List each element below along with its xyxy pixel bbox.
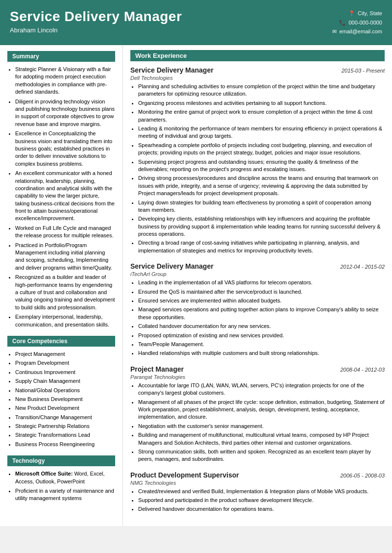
job-bullet: Ensured the QoS is maintained after the …	[138, 288, 385, 296]
resume-header: Service Delivery Manager Abraham Lincoln…	[0, 0, 392, 45]
sidebar: Summary Strategic Planner & Visionary wi…	[0, 45, 122, 526]
competency-item: Project Management	[15, 351, 115, 358]
main-content: Summary Strategic Planner & Visionary wi…	[0, 45, 392, 526]
job-bullet: Monitoring the entire gamut of project w…	[138, 108, 385, 124]
job-block: Product Development Supervisor2006-05 - …	[130, 471, 385, 513]
job-header: Service Delivery Manager2012-04 - 2015-0…	[130, 262, 385, 270]
job-bullet: Collated handover documentation for any …	[138, 323, 385, 330]
summary-item: Excellence in Conceptualizing the busine…	[15, 130, 115, 168]
job-title: Product Development Supervisor	[130, 471, 239, 479]
company-name: NMG Technologies	[130, 480, 385, 486]
company-name: iTechArt Group	[130, 271, 385, 277]
competency-item: Transition/Change Management	[15, 414, 115, 421]
phone-icon: 📞	[339, 18, 346, 27]
work-experience-header: Work Experience	[130, 50, 385, 61]
job-bullet: Directing a broad range of cost-saving i…	[138, 239, 385, 254]
summary-header: Summary	[7, 51, 115, 62]
job-title: Project Manager	[130, 365, 184, 373]
job-title: Service Delivery Manager	[130, 66, 214, 74]
resume-container: Service Delivery Manager Abraham Lincoln…	[0, 0, 392, 526]
job-header: Project Manager2008-04 - 2012-03	[130, 365, 385, 373]
job-bullets: Created/reviewed and verified Build, Imp…	[130, 488, 385, 513]
competency-item: Strategic Partnership Relations	[15, 423, 115, 430]
job-bullet: Spearheading a complete portfolio of pro…	[138, 142, 385, 157]
job-bullet: Created/reviewed and verified Build, Imp…	[138, 488, 385, 495]
competencies-section: Core Competencies Project ManagementProg…	[7, 336, 115, 448]
job-bullet: Team/People Management.	[138, 341, 385, 348]
summary-item: Diligent in providing technology vision …	[15, 98, 115, 128]
job-bullet: Driving strong processes/procedures and …	[138, 175, 385, 197]
job-bullets: Leading in the implementation of all VAS…	[130, 279, 385, 357]
competency-item: New Business Development	[15, 396, 115, 403]
competency-item: National/Global Operations	[15, 387, 115, 394]
job-bullet: Supervising project progress and outstan…	[138, 158, 385, 174]
job-header: Product Development Supervisor2006-05 - …	[130, 471, 385, 479]
job-title: Service Delivery Manager	[130, 262, 214, 270]
job-bullet: Laying down strategies for building team…	[138, 199, 385, 214]
job-block: Project Manager2008-04 - 2012-03Parangat…	[130, 365, 385, 463]
competency-item: Supply Chain Management	[15, 377, 115, 385]
candidate-name: Abraham Lincoln	[10, 26, 182, 34]
job-bullets: Accountable for large ITO (LAN, WAN, WLA…	[130, 382, 385, 463]
job-bullet: Building and management of multifunction…	[138, 431, 385, 447]
phone-text: 000-000-0000	[348, 18, 382, 27]
job-bullet: Organizing process milestones and activi…	[138, 100, 385, 107]
job-dates: 2006-05 - 2008-03	[340, 473, 385, 478]
contact-phone: 📞 000-000-0000	[332, 18, 382, 27]
job-bullet: Leading & monitoring the performance of …	[138, 125, 385, 140]
summary-item: Exemplary interpersonal, leadership, com…	[15, 313, 115, 328]
summary-section: Summary Strategic Planner & Visionary wi…	[7, 51, 115, 328]
job-bullet: Managed services operations and putting …	[138, 306, 385, 321]
competencies-list: Project ManagementProgram DevelopmentCon…	[7, 351, 115, 448]
job-bullets: Planning and scheduling activities to en…	[130, 83, 385, 254]
job-block: Service Delivery Manager2015-03 - Presen…	[130, 66, 385, 254]
job-bullet: Delivered handover documentation for ope…	[138, 505, 385, 513]
header-left: Service Delivery Manager Abraham Lincoln	[10, 9, 182, 34]
technology-item: Microsoft Office Suite: Word, Excel, Acc…	[15, 470, 115, 485]
summary-item: An excellent communicator with a honed r…	[15, 170, 115, 223]
competency-item: Program Development	[15, 359, 115, 367]
job-bullet: Proposed optimization of existing and ne…	[138, 332, 385, 339]
job-title-heading: Service Delivery Manager	[10, 9, 182, 25]
job-bullet: Leading in the implementation of all VAS…	[138, 279, 385, 286]
company-name: Dell Technologies	[130, 75, 385, 81]
technology-list: Microsoft Office Suite: Word, Excel, Acc…	[7, 470, 115, 503]
job-bullet: Strong communication skills, both writte…	[138, 448, 385, 463]
location-text: City, State	[358, 9, 382, 18]
email-text: email@email.com	[339, 27, 382, 36]
job-bullet: Accountable for large ITO (LAN, WAN, WLA…	[138, 382, 385, 397]
job-header: Service Delivery Manager2015-03 - Presen…	[130, 66, 385, 74]
location-icon: 📍	[348, 9, 355, 18]
right-content: Work Experience Service Delivery Manager…	[122, 45, 392, 526]
technology-header: Technology	[7, 455, 115, 466]
job-bullet: Supported and participated in the produc…	[138, 497, 385, 504]
summary-list: Strategic Planner & Visionary with a fla…	[7, 66, 115, 328]
competency-item: Strategic Transformations Lead	[15, 431, 115, 439]
job-bullet: Handled relationships with multiple cust…	[138, 350, 385, 357]
job-dates: 2008-04 - 2012-03	[340, 367, 385, 373]
job-bullet: Ensured services are implemented within …	[138, 297, 385, 304]
job-bullet: Developing key clients, establishing rel…	[138, 215, 385, 238]
technology-item: Proficient in a variety of maintenance a…	[15, 487, 115, 503]
job-dates: 2012-04 - 2015-02	[340, 264, 385, 270]
jobs-container: Service Delivery Manager2015-03 - Presen…	[130, 66, 385, 513]
job-bullet: Management of all phases of the project …	[138, 399, 385, 421]
job-bullet: Planning and scheduling activities to en…	[138, 83, 385, 98]
competency-item: Business Process Reengineering	[15, 441, 115, 448]
contact-email: ✉ email@email.com	[332, 27, 382, 36]
job-bullet: Negotiation with the customer's senior m…	[138, 423, 385, 430]
job-block: Service Delivery Manager2012-04 - 2015-0…	[130, 262, 385, 357]
job-dates: 2015-03 - Present	[342, 68, 385, 74]
summary-item: Recognized as a builder and leader of hi…	[15, 274, 115, 311]
summary-item: Strategic Planner & Visionary with a fla…	[15, 66, 115, 96]
contact-location: 📍 City, State	[332, 9, 382, 18]
competencies-header: Core Competencies	[7, 336, 115, 347]
technology-section: Technology Microsoft Office Suite: Word,…	[7, 455, 115, 503]
competency-item: Continuous Improvement	[15, 369, 115, 376]
company-name: Parangat Technologies	[130, 374, 385, 380]
email-icon: ✉	[332, 27, 337, 36]
summary-item: Worked on Full Life Cycle and managed th…	[15, 225, 115, 240]
summary-item: Practiced in Portfolio/Program Managemen…	[15, 242, 115, 272]
header-contact: 📍 City, State 📞 000-000-0000 ✉ email@ema…	[332, 9, 382, 36]
competency-item: New Product Development	[15, 404, 115, 412]
